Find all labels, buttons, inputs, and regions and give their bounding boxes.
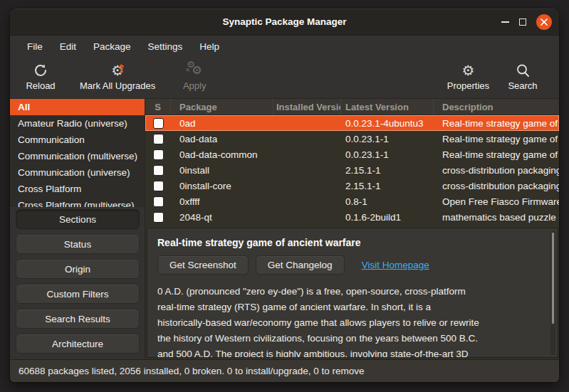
- column-header-description[interactable]: Description: [434, 99, 559, 115]
- category-item[interactable]: Communication (multiverse): [10, 148, 145, 164]
- visit-homepage-link[interactable]: Visit Homepage: [362, 260, 429, 270]
- package-description: Real-time strategy game of ancient warfa…: [434, 134, 559, 144]
- close-icon[interactable]: [536, 14, 552, 30]
- package-checkbox[interactable]: [153, 134, 164, 144]
- apply-label: Apply: [183, 80, 207, 91]
- details-title: Real-time strategy game of ancient warfa…: [157, 237, 541, 248]
- minimize-icon[interactable]: [501, 21, 509, 23]
- window-title: Synaptic Package Manager: [10, 16, 559, 27]
- gear-up-arrow-icon: ↑: [111, 61, 124, 80]
- origin-button[interactable]: Origin: [16, 259, 140, 279]
- table-row[interactable]: 0ad-data-common 0.0.23.1-1 Real-time str…: [145, 147, 559, 162]
- latest-version: 2.15.1-1: [341, 165, 434, 176]
- synaptic-window: Synaptic Package Manager File Edit Packa…: [10, 9, 559, 382]
- description-line: historically-based war/economy game that…: [157, 315, 541, 331]
- table-header: S Package Installed Version Latest Versi…: [145, 99, 559, 115]
- table-row[interactable]: 0xffff 0.8-1 Open Free Fiasco Firmware F…: [145, 194, 559, 209]
- package-description: Real-time strategy game of ancient warfa…: [434, 149, 559, 160]
- latest-version: 0.0.23.1-1: [341, 134, 434, 144]
- menu-file[interactable]: File: [21, 39, 48, 54]
- reload-button[interactable]: Reload: [17, 60, 64, 94]
- menubar: File Edit Package Settings Help: [10, 36, 559, 57]
- category-item[interactable]: Communication: [10, 132, 145, 148]
- description-line: 0 A.D. (pronounced "zero ey-dee") is a f…: [157, 284, 541, 300]
- status-button[interactable]: Status: [16, 234, 140, 254]
- details-description: 0 A.D. (pronounced "zero ey-dee") is a f…: [157, 284, 541, 358]
- get-changelog-button[interactable]: Get Changelog: [256, 255, 345, 275]
- window-controls: [501, 9, 552, 36]
- package-name: 0ad-data: [171, 134, 273, 144]
- category-item[interactable]: Cross Platform (multiverse): [10, 197, 145, 207]
- package-name: 0ad-data-common: [171, 149, 273, 160]
- package-checkbox[interactable]: [153, 181, 164, 191]
- properties-label: Properties: [447, 80, 489, 91]
- column-header-package[interactable]: Package: [171, 99, 273, 115]
- filter-buttons: Sections Status Origin Custom Filters Se…: [10, 207, 145, 359]
- table-row[interactable]: 0install 2.15.1-1 cross-distribution pac…: [145, 162, 559, 178]
- search-button[interactable]: Search: [499, 60, 546, 94]
- package-table: 0ad 0.0.23.1-4ubuntu3 Real-time strategy…: [145, 115, 559, 225]
- description-line: and 500 A.D. The project is highly ambit…: [157, 346, 541, 358]
- table-row[interactable]: 0ad 0.0.23.1-4ubuntu3 Real-time strategy…: [145, 115, 559, 131]
- search-label: Search: [508, 80, 537, 91]
- package-description: Real-time strategy game of ancient warfa…: [434, 118, 559, 129]
- get-screenshot-button[interactable]: Get Screenshot: [157, 255, 249, 275]
- category-item[interactable]: Communication (universe): [10, 164, 145, 181]
- search-results-button[interactable]: Search Results: [16, 309, 140, 329]
- description-line: real-time strategy (RTS) game of ancient…: [157, 300, 541, 315]
- column-header-status[interactable]: S: [145, 99, 171, 115]
- custom-filters-button[interactable]: Custom Filters: [16, 284, 140, 304]
- sections-button[interactable]: Sections: [16, 209, 140, 229]
- package-checkbox[interactable]: [153, 118, 164, 129]
- menu-help[interactable]: Help: [194, 39, 225, 54]
- package-checkbox[interactable]: [153, 165, 164, 176]
- menu-settings[interactable]: Settings: [142, 39, 189, 54]
- table-row[interactable]: 0ad-data 0.0.23.1-1 Real-time strategy g…: [145, 131, 559, 147]
- category-list: All Amateur Radio (universe) Communicati…: [10, 99, 145, 207]
- table-row[interactable]: 0install-core 2.15.1-1 cross-distributio…: [145, 178, 559, 194]
- sidebar: All Amateur Radio (universe) Communicati…: [10, 99, 145, 359]
- latest-version: 0.0.23.1-4ubuntu3: [341, 118, 434, 129]
- mark-all-upgrades-button[interactable]: ↑ Mark All Upgrades: [74, 60, 161, 94]
- reload-icon: [33, 61, 48, 80]
- search-icon: [516, 61, 531, 80]
- package-description: mathematics based puzzle game: [434, 212, 559, 223]
- package-name: 2048-qt: [171, 212, 273, 223]
- properties-button[interactable]: Properties: [442, 60, 495, 94]
- details-actions: Get Screenshot Get Changelog Visit Homep…: [157, 255, 541, 275]
- menu-edit[interactable]: Edit: [54, 39, 82, 54]
- maximize-icon[interactable]: [519, 18, 526, 26]
- apply-button[interactable]: ✕ Apply: [171, 60, 218, 94]
- latest-version: 0.0.23.1-1: [341, 149, 434, 160]
- column-header-latest-version[interactable]: Latest Version: [341, 99, 434, 115]
- gear-icon: [461, 61, 474, 80]
- package-description: Open Free Fiasco Firmware Flasher: [434, 196, 559, 207]
- latest-version: 2.15.1-1: [341, 181, 434, 191]
- statusbar: 60688 packages listed, 2056 installed, 0…: [10, 359, 559, 382]
- package-checkbox[interactable]: [153, 149, 164, 160]
- category-item[interactable]: Amateur Radio (universe): [10, 115, 145, 132]
- latest-version: 0.1.6-2build1: [341, 212, 434, 223]
- package-checkbox[interactable]: [153, 196, 164, 207]
- package-name: 0xffff: [171, 196, 273, 207]
- status-text: 60688 packages listed, 2056 installed, 0…: [19, 366, 365, 376]
- category-item-all[interactable]: All: [10, 99, 145, 115]
- details-scrollbar[interactable]: [550, 231, 555, 355]
- description-line: the history of Western civilizations, fo…: [157, 331, 541, 346]
- package-checkbox[interactable]: [153, 212, 164, 223]
- table-row[interactable]: 2048-qt 0.1.6-2build1 mathematics based …: [145, 209, 559, 225]
- package-name: 0install: [171, 165, 273, 176]
- menu-package[interactable]: Package: [88, 39, 137, 54]
- package-description: cross-distribution packaging system: [434, 181, 559, 191]
- category-item[interactable]: Cross Platform: [10, 181, 145, 197]
- column-header-installed-version[interactable]: Installed Version: [273, 99, 341, 115]
- reload-label: Reload: [26, 80, 55, 91]
- titlebar[interactable]: Synaptic Package Manager: [10, 9, 559, 36]
- content-area: All Amateur Radio (universe) Communicati…: [10, 99, 559, 359]
- toolbar: Reload ↑ Mark All Upgrades ✕ Apply Prope…: [10, 57, 559, 99]
- mark-all-upgrades-label: Mark All Upgrades: [80, 80, 155, 91]
- package-name: 0install-core: [171, 181, 273, 191]
- architecture-button[interactable]: Architecture: [16, 334, 140, 354]
- details-pane: Real-time strategy game of ancient warfa…: [147, 228, 558, 358]
- scrollbar-thumb[interactable]: [551, 232, 555, 324]
